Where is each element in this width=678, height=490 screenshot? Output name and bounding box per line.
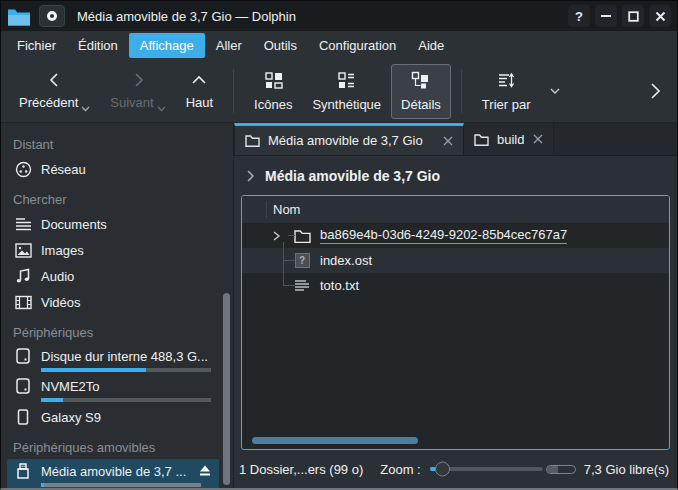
back-button[interactable]: Précédent [9, 65, 100, 117]
file-name[interactable]: index.ost [320, 253, 372, 268]
help-button[interactable]: ? [568, 5, 590, 27]
sort-by-button[interactable]: Trier par [472, 64, 541, 119]
horizontal-scrollbar[interactable] [252, 437, 418, 444]
sort-icon [497, 71, 516, 90]
menu-configuration[interactable]: Configuration [308, 33, 407, 58]
window-title: Média amovible de 3,7 Gio — Dolphin [77, 9, 296, 24]
maximize-button[interactable] [622, 5, 644, 27]
disk-usage-bar [41, 483, 201, 487]
document-icon [14, 217, 32, 232]
zoom-slider-handle[interactable] [435, 462, 450, 477]
minimize-button[interactable] [595, 5, 617, 27]
dolphin-window: Média amovible de 3,7 Gio — Dolphin ? Fi… [0, 0, 678, 490]
status-summary: 1 Dossier,...ers (99 o) [239, 462, 363, 477]
sidebar-item-label: Documents [41, 217, 107, 232]
icons-view-label: Icônes [254, 97, 292, 112]
sidebar-item-disque-dur-interne[interactable]: Disque dur interne 488,3 G... [1, 344, 233, 374]
sidebar-item-reseau[interactable]: Réseau [1, 156, 233, 182]
icons-view-button[interactable]: Icônes [244, 64, 302, 119]
menu-edition[interactable]: Édition [67, 33, 129, 58]
tab-close-button[interactable] [443, 136, 453, 146]
free-space-capacity-bar [546, 465, 576, 474]
folder-icon [474, 133, 489, 146]
file-name[interactable]: ba869e4b-03d6-4249-9202-85b4cec767a7 [320, 227, 567, 244]
tab-build[interactable]: build [464, 123, 554, 155]
sidebar-item-galaxy-s9[interactable]: Galaxy S9 [1, 404, 233, 430]
file-name[interactable]: toto.txt [320, 278, 359, 293]
chevron-down-icon[interactable] [157, 106, 166, 112]
image-icon [14, 243, 32, 258]
section-title-chercher: Chercher [1, 188, 233, 211]
tab-media-amovible[interactable]: Média amovible de 3,7 Gio [234, 123, 464, 155]
column-header-nom[interactable]: Nom [242, 196, 669, 223]
file-row-toto-txt[interactable]: toto.txt [242, 273, 669, 298]
tab-close-button[interactable] [533, 134, 543, 144]
close-icon [443, 136, 453, 146]
details-view-icon [411, 71, 430, 90]
sidebar-item-label: Vidéos [41, 295, 81, 310]
sidebar-item-videos[interactable]: Vidéos [1, 289, 233, 315]
file-row-folder[interactable]: ba869e4b-03d6-4249-9202-85b4cec767a7 [242, 223, 669, 248]
sidebar-item-documents[interactable]: Documents [1, 211, 233, 237]
sidebar-item-media-amovible[interactable]: Média amovible de 3,7 ... [7, 459, 219, 488]
text-file-icon [293, 279, 311, 293]
titlebar[interactable]: Média amovible de 3,7 Gio — Dolphin ? [1, 1, 677, 31]
eject-icon [198, 465, 212, 477]
sidebar-item-nvme2to[interactable]: NVME2To [1, 374, 233, 404]
disk-usage-bar [41, 368, 211, 372]
menu-aide[interactable]: Aide [407, 33, 455, 58]
tree-guide-line [283, 285, 295, 286]
zoom-slider[interactable] [430, 467, 543, 471]
sidebar-item-label: Disque dur interne 488,3 G... [41, 349, 208, 364]
details-view-label: Détails [401, 97, 441, 112]
chevron-right-icon [246, 169, 255, 183]
tab-label: build [497, 132, 524, 147]
sidebar-item-audio[interactable]: Audio [1, 263, 233, 289]
status-bar: 1 Dossier,...ers (99 o) Zoom : 7,3 Gio l… [234, 450, 677, 488]
tree-guide-line [283, 260, 295, 261]
window-menu-button[interactable] [39, 5, 65, 27]
free-space-label: 7,3 Gio libre(s) [584, 462, 669, 477]
app-folder-icon [7, 7, 31, 26]
sidebar-item-images[interactable]: Images [1, 237, 233, 263]
menu-outils[interactable]: Outils [253, 33, 308, 58]
file-view: Nom ba869e4b-03d6-4249-9202-85b4cec767a7… [241, 195, 670, 450]
main-area: Média amovible de 3,7 Gio build [234, 123, 677, 488]
up-button[interactable]: Haut [176, 65, 223, 117]
section-title-peripheriques-amovibles: Périphériques amovibles [1, 436, 233, 459]
forward-button[interactable]: Suivant [100, 65, 175, 117]
details-view-button[interactable]: Détails [391, 64, 451, 119]
eject-button[interactable] [198, 465, 212, 477]
close-button[interactable] [649, 5, 671, 27]
breadcrumb-location[interactable]: Média amovible de 3,7 Gio [265, 168, 440, 184]
toolbar-separator [461, 69, 462, 113]
sidebar-item-label: Réseau [41, 162, 86, 177]
compact-view-icon [337, 71, 356, 90]
toolbar-overflow-button[interactable] [649, 82, 661, 100]
tab-label: Média amovible de 3,7 Gio [268, 133, 423, 148]
toolbar-separator [233, 69, 234, 113]
sort-by-label: Trier par [482, 97, 531, 112]
hard-drive-icon [14, 378, 32, 394]
sort-by-menu-arrow[interactable] [550, 88, 560, 95]
app-menu-icon [47, 11, 57, 21]
menu-fichier[interactable]: Fichier [6, 33, 67, 58]
chevron-right-icon [649, 82, 661, 100]
file-row-index-ost[interactable]: ? index.ost [242, 248, 669, 273]
compact-view-button[interactable]: Synthétique [302, 64, 391, 119]
icons-view-icon [264, 71, 283, 90]
chevron-right-icon [129, 72, 147, 88]
sidebar-scrollbar[interactable] [223, 293, 230, 485]
film-icon [14, 295, 32, 310]
column-separator [266, 201, 267, 218]
tab-bar: Média amovible de 3,7 Gio build [234, 123, 677, 156]
menu-aller[interactable]: Aller [205, 33, 253, 58]
expand-arrow-icon[interactable] [272, 230, 288, 242]
usb-drive-icon [14, 463, 32, 479]
up-label: Haut [186, 95, 213, 110]
chevron-down-icon[interactable] [81, 106, 90, 112]
chevron-down-icon [550, 88, 560, 95]
folder-icon [293, 229, 311, 243]
menu-affichage[interactable]: Affichage [129, 33, 205, 58]
breadcrumb[interactable]: Média amovible de 3,7 Gio [234, 156, 677, 195]
